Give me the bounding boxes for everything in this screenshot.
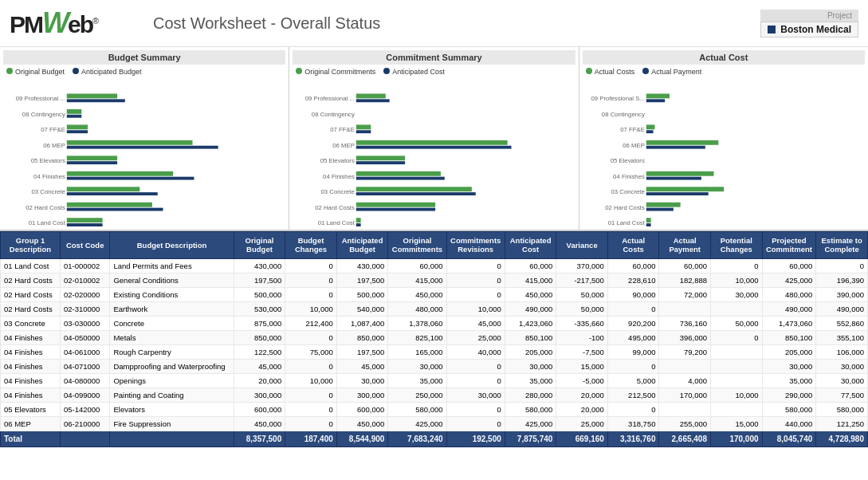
project-label: Project	[760, 10, 858, 22]
table-cell: 430,000	[336, 258, 388, 273]
legend-navy-icon3	[642, 68, 649, 74]
project-color-icon	[768, 26, 776, 33]
svg-rect-71	[646, 203, 680, 207]
svg-rect-50	[356, 140, 508, 145]
table-cell: -335,660	[556, 316, 608, 330]
footer-cell: 3,316,760	[607, 431, 659, 447]
table-cell: 0	[285, 402, 337, 416]
table-row: 02 Hard Costs02-310000Earthwork530,00010…	[1, 301, 868, 316]
table-cell: 450,000	[234, 416, 285, 431]
svg-text:07 FF&E: 07 FF&E	[41, 126, 65, 133]
svg-rect-54	[356, 94, 386, 99]
svg-rect-47	[356, 177, 445, 180]
table-cell: 04 Finishes	[1, 344, 61, 359]
svg-rect-78	[646, 146, 705, 149]
svg-text:04 Finishes: 04 Finishes	[613, 173, 645, 180]
svg-rect-69	[646, 218, 650, 222]
footer-cell: 192,500	[446, 431, 505, 447]
table-cell: 0	[285, 258, 337, 273]
th-variance: Variance	[556, 232, 608, 259]
budget-chart-panel: Budget Summary Original Budget Anticipat…	[0, 47, 289, 230]
table-cell	[711, 301, 763, 316]
actual-legend: Actual Costs Actual Payment	[583, 68, 865, 76]
table-cell: 03 Concrete	[1, 316, 61, 330]
table-cell: 0	[446, 359, 505, 373]
th-actual-payment: ActualPayment	[659, 232, 711, 259]
table-cell: Metals	[110, 330, 234, 344]
table-cell: 35,000	[388, 373, 446, 388]
budget-chart-body: 01 Land Cost 02 Hard Costs 03 Concrete 0…	[3, 79, 285, 226]
table-cell: 30,000	[762, 359, 816, 373]
commitment-chart-panel: Commitment Summary Original Commitments …	[289, 47, 579, 230]
logo-text: PMWeb®	[10, 11, 97, 37]
table-cell: 212,500	[607, 388, 659, 402]
table-cell: 0	[285, 388, 337, 402]
table-row: 04 Finishes04-099000Painting and Coating…	[1, 388, 868, 402]
th-group1: Group 1Description	[1, 232, 61, 259]
table-cell: 0	[446, 373, 505, 388]
table-cell: 300,000	[336, 388, 388, 402]
table-cell	[711, 359, 763, 373]
commitment-chart-body: 01 Land Cost 02 Hard Costs 03 Concrete 0…	[293, 79, 575, 226]
table-cell: 500,000	[234, 287, 285, 301]
table-cell: 430,000	[234, 258, 285, 273]
table-cell	[711, 402, 763, 416]
th-code: Cost Code	[60, 232, 109, 259]
table-cell: 440,000	[762, 416, 816, 431]
table-cell: 480,000	[388, 301, 446, 316]
table-cell: 79,200	[659, 344, 711, 359]
commitment-legend-original: Original Commitments	[296, 68, 375, 76]
svg-rect-55	[356, 99, 390, 102]
table-cell: 15,000	[556, 359, 608, 373]
table-cell: 255,000	[659, 416, 711, 431]
data-table-container: Group 1Description Cost Code Budget Desc…	[0, 231, 868, 447]
actual-legend-payment: Actual Payment	[642, 68, 701, 76]
table-cell: 35,000	[505, 373, 556, 388]
legend-navy-icon2	[383, 68, 390, 74]
footer-cell: 4,728,980	[816, 431, 868, 447]
svg-rect-16	[67, 177, 194, 180]
table-cell: 0	[711, 258, 763, 273]
table-cell: 450,000	[388, 287, 446, 301]
th-potential: PotentialChanges	[711, 232, 763, 259]
table-cell: 850,000	[336, 330, 388, 344]
table-cell: 04-061000	[60, 344, 109, 359]
svg-rect-15	[67, 171, 173, 176]
table-cell: 0	[446, 402, 505, 416]
svg-rect-40	[356, 218, 361, 222]
table-cell: Dampproofing and Waterproofing	[110, 359, 234, 373]
svg-rect-12	[67, 208, 163, 211]
table-cell: 0	[446, 273, 505, 287]
svg-text:01 Land Cost: 01 Land Cost	[607, 219, 645, 226]
table-cell: 0	[446, 287, 505, 301]
table-cell: 355,100	[816, 330, 868, 344]
svg-rect-79	[646, 124, 654, 129]
table-cell: 600,000	[234, 402, 285, 416]
table-row: 04 Finishes04-061000Rough Carpentry122,5…	[1, 344, 868, 359]
table-cell: 10,000	[446, 301, 505, 316]
table-cell: 0	[607, 301, 659, 316]
svg-text:06 MEP: 06 MEP	[333, 142, 355, 149]
footer-cell: 8,045,740	[762, 431, 816, 447]
table-cell: 0	[285, 273, 337, 287]
table-cell: 02-020000	[60, 287, 109, 301]
table-cell: 06-210000	[60, 416, 109, 431]
table-cell: 04 Finishes	[1, 373, 61, 388]
budget-svg: 01 Land Cost 02 Hard Costs 03 Concrete 0…	[3, 79, 285, 226]
table-cell: 60,000	[762, 258, 816, 273]
table-cell: 02-310000	[60, 301, 109, 316]
table-cell: 850,000	[234, 330, 285, 344]
table-cell: 99,000	[607, 344, 659, 359]
table-cell: 205,000	[505, 344, 556, 359]
svg-rect-70	[646, 223, 650, 226]
table-cell: 920,200	[607, 316, 659, 330]
table-cell: 0	[285, 287, 337, 301]
table-cell: 197,500	[336, 344, 388, 359]
table-cell: 600,000	[336, 402, 388, 416]
table-cell: 280,000	[505, 388, 556, 402]
table-cell: 30,000	[816, 373, 868, 388]
table-cell: Openings	[110, 373, 234, 388]
table-cell: 0	[285, 359, 337, 373]
svg-text:08 Contingency: 08 Contingency	[22, 111, 65, 118]
table-cell	[711, 344, 763, 359]
